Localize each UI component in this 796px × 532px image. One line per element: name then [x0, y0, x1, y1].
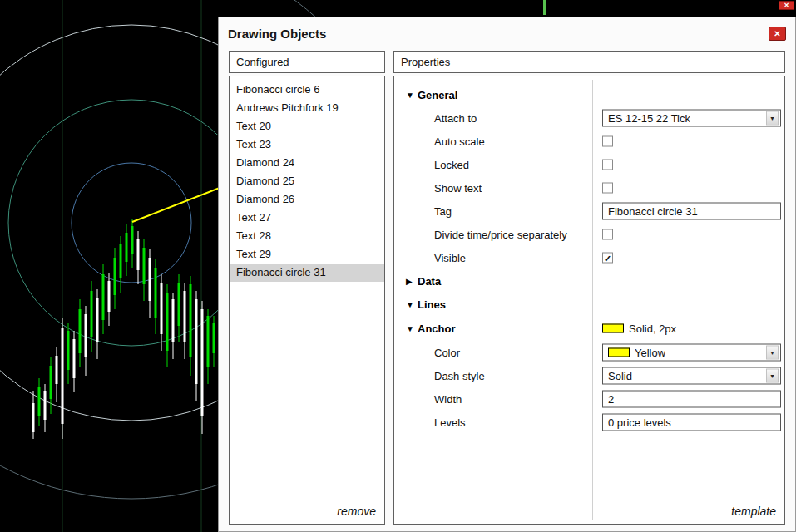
anchor-line-preview: Solid, 2px: [602, 323, 781, 335]
row-locked: Locked: [394, 153, 784, 176]
remove-link[interactable]: remove: [337, 505, 376, 518]
divide-checkbox[interactable]: [602, 229, 613, 240]
section-anchor[interactable]: ▼ Anchor Solid, 2px: [394, 316, 784, 341]
section-label: Data: [418, 275, 441, 288]
list-item[interactable]: Text 27: [230, 209, 384, 227]
dash-style-value: Solid: [608, 370, 632, 382]
list-item[interactable]: Fibonacci circle 31: [230, 264, 384, 282]
properties-grid: ▼ General Attach to ES 12-15 22 Tick ▼ A…: [394, 76, 784, 524]
list-item[interactable]: Text 20: [230, 117, 384, 135]
screen: ✕ Drawing Objects ✕ Configured Fibonacci…: [0, 0, 796, 532]
section-label: Anchor: [418, 323, 456, 335]
collapse-triangle-icon[interactable]: ▼: [406, 91, 418, 100]
template-link[interactable]: template: [731, 505, 776, 518]
width-label: Width: [434, 393, 462, 406]
configured-panel: Configured Fibonacci circle 6Andrews Pit…: [229, 51, 385, 525]
visible-label: Visible: [434, 252, 466, 264]
collapse-triangle-icon[interactable]: ▼: [406, 324, 418, 333]
row-auto-scale: Auto scale: [394, 130, 784, 153]
list-item[interactable]: Diamond 26: [230, 190, 384, 209]
attach-to-value: ES 12-15 22 Tick: [608, 112, 690, 125]
drawing-objects-dialog: Drawing Objects ✕ Configured Fibonacci c…: [218, 17, 796, 532]
levels-field[interactable]: 0 price levels: [602, 414, 781, 431]
row-divide: Divide time/price separately: [394, 223, 784, 246]
auto-scale-label: Auto scale: [434, 135, 485, 148]
chevron-down-icon[interactable]: ▼: [766, 369, 779, 383]
dash-style-label: Dash style: [434, 370, 485, 382]
configured-header: Configured: [229, 51, 385, 73]
auto-scale-checkbox[interactable]: [602, 136, 613, 147]
configured-list-box: Fibonacci circle 6Andrews Pitchfork 19Te…: [229, 76, 385, 525]
dialog-close-button[interactable]: ✕: [769, 27, 786, 41]
show-text-checkbox[interactable]: [602, 183, 613, 194]
dialog-title: Drawing Objects: [228, 27, 326, 41]
row-color: Color Yellow ▼: [394, 341, 784, 364]
collapse-triangle-icon[interactable]: ▼: [406, 300, 418, 309]
attach-to-select[interactable]: ES 12-15 22 Tick ▼: [602, 110, 781, 127]
dialog-titlebar: Drawing Objects ✕: [219, 17, 795, 49]
properties-panel: Properties ▼ General Attach to ES 12-15: [393, 51, 785, 525]
anchor-preview-text: Solid, 2px: [629, 323, 676, 335]
properties-header: Properties: [393, 51, 785, 73]
row-show-text: Show text: [394, 176, 784, 200]
levels-label: Levels: [434, 416, 466, 429]
show-text-label: Show text: [434, 182, 482, 195]
divide-label: Divide time/price separately: [434, 229, 567, 241]
section-label: Lines: [418, 298, 446, 311]
tag-label: Tag: [434, 205, 452, 218]
list-item[interactable]: Diamond 24: [230, 154, 384, 172]
section-data[interactable]: ▶ Data: [394, 269, 784, 293]
list-item[interactable]: Text 29: [230, 245, 384, 264]
row-dash-style: Dash style Solid ▼: [394, 364, 784, 387]
attach-to-label: Attach to: [434, 112, 477, 125]
section-label: General: [418, 89, 457, 101]
list-item[interactable]: Text 23: [230, 135, 384, 154]
collapse-triangle-icon[interactable]: ▶: [406, 277, 418, 286]
list-item[interactable]: Diamond 25: [230, 172, 384, 190]
row-visible: Visible ✓: [394, 246, 784, 269]
list-item[interactable]: Andrews Pitchfork 19: [230, 99, 384, 117]
color-label: Color: [434, 347, 460, 359]
color-swatch: [608, 348, 630, 357]
row-width: Width: [394, 387, 784, 411]
locked-label: Locked: [434, 159, 469, 171]
section-lines[interactable]: ▼ Lines: [394, 293, 784, 316]
color-value: Yellow: [635, 347, 665, 359]
width-input[interactable]: [602, 391, 781, 408]
visible-checkbox[interactable]: ✓: [602, 253, 613, 264]
chevron-down-icon[interactable]: ▼: [766, 346, 779, 360]
properties-box: ▼ General Attach to ES 12-15 22 Tick ▼ A…: [393, 76, 785, 525]
list-item[interactable]: Fibonacci circle 6: [230, 81, 384, 99]
main-window-close-button[interactable]: ✕: [779, 1, 794, 10]
list-item[interactable]: Text 28: [230, 227, 384, 245]
dialog-body: Configured Fibonacci circle 6Andrews Pit…: [219, 49, 795, 531]
section-general[interactable]: ▼ General: [394, 83, 784, 106]
color-select[interactable]: Yellow ▼: [602, 344, 781, 362]
configured-list: Fibonacci circle 6Andrews Pitchfork 19Te…: [230, 76, 384, 282]
tag-input[interactable]: [602, 203, 781, 220]
close-icon: ✕: [774, 29, 780, 38]
row-levels: Levels 0 price levels: [394, 411, 784, 434]
row-attach-to: Attach to ES 12-15 22 Tick ▼: [394, 106, 784, 130]
locked-checkbox[interactable]: [602, 160, 613, 170]
dash-style-select[interactable]: Solid ▼: [602, 367, 781, 385]
chevron-down-icon[interactable]: ▼: [766, 111, 779, 126]
row-tag: Tag: [394, 200, 784, 223]
anchor-color-swatch: [602, 324, 624, 333]
